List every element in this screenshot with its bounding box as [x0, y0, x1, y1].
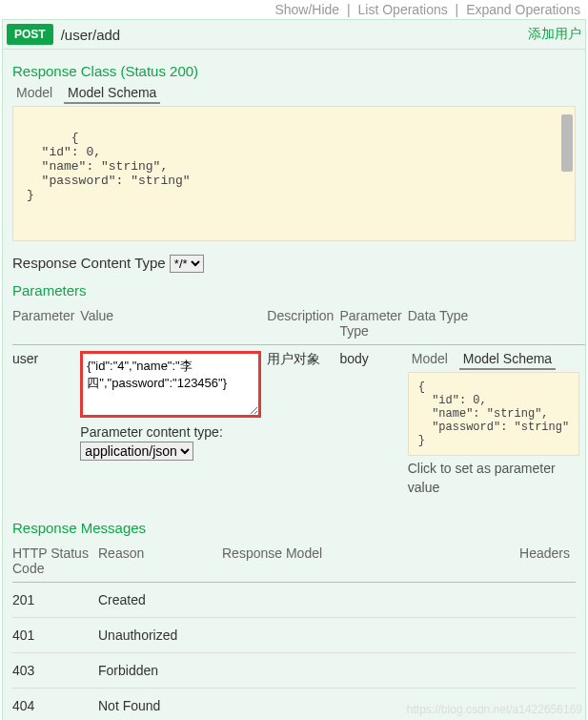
tab-model-small[interactable]: Model: [408, 349, 452, 370]
scrollbar-vertical[interactable]: [561, 114, 573, 172]
table-row: 201 Created: [12, 583, 576, 618]
th-response-model: Response Model: [222, 542, 499, 583]
table-row: 401 Unauthorized: [12, 618, 576, 653]
response-messages-table: HTTP Status Code Reason Response Model H…: [12, 542, 576, 720]
response-content-type-select[interactable]: */*: [170, 255, 204, 273]
param-content-type-select[interactable]: application/json: [80, 442, 193, 461]
response-content-type-label: Response Content Type: [12, 255, 166, 271]
param-type-cell: body: [339, 345, 407, 504]
operation-summary: 添加用户: [528, 26, 581, 43]
reason-cell: Unauthorized: [98, 618, 222, 653]
response-schema-text: { "id": 0, "name": "string", "password":…: [27, 131, 191, 202]
datatype-schema-box[interactable]: { "id": 0, "name": "string", "password":…: [408, 372, 579, 456]
status-code-cell: 201: [12, 583, 98, 618]
show-hide-link[interactable]: Show/Hide: [274, 2, 339, 17]
tab-model[interactable]: Model: [12, 83, 56, 104]
th-data-type: Data Type: [408, 304, 585, 345]
reason-cell: Created: [98, 583, 222, 618]
operation-header[interactable]: POST /user/add 添加用户: [3, 20, 585, 50]
reason-cell: Forbidden: [98, 653, 222, 689]
table-row: user Parameter content type: application…: [12, 345, 585, 504]
th-headers: Headers: [499, 542, 576, 583]
th-parameter: Parameter: [12, 304, 80, 345]
param-name-cell: user: [12, 345, 80, 504]
response-content-type-row: Response Content Type */*: [12, 255, 576, 273]
th-parameter-type: Parameter Type: [339, 304, 407, 345]
th-reason: Reason: [98, 542, 222, 583]
http-method-badge: POST: [7, 24, 53, 45]
param-content-type-label: Parameter content type:: [80, 424, 261, 440]
th-http-status: HTTP Status Code: [12, 542, 98, 583]
response-schema-box[interactable]: { "id": 0, "name": "string", "password":…: [12, 106, 576, 241]
status-code-cell: 401: [12, 618, 98, 653]
th-value: Value: [80, 304, 267, 345]
status-code-cell: 403: [12, 653, 98, 689]
table-row: 403 Forbidden: [12, 653, 576, 689]
response-class-title: Response Class (Status 200): [12, 63, 576, 79]
endpoint-path: /user/add: [61, 27, 528, 43]
tab-model-schema[interactable]: Model Schema: [64, 83, 160, 104]
param-value-textarea[interactable]: [80, 351, 261, 418]
param-description-cell: 用户对象: [267, 345, 339, 504]
tab-model-schema-small[interactable]: Model Schema: [459, 349, 556, 370]
operation-panel: POST /user/add 添加用户 Response Class (Stat…: [2, 19, 586, 720]
expand-operations-link[interactable]: Expand Operations: [466, 2, 580, 17]
table-row: 404 Not Found: [12, 689, 576, 720]
list-operations-link[interactable]: List Operations: [358, 2, 448, 17]
schema-click-hint: Click to set as parameter value: [408, 460, 579, 497]
parameters-title: Parameters: [12, 282, 576, 298]
th-description: Description: [267, 304, 339, 345]
top-toolbar: Show/Hide | List Operations | Expand Ope…: [0, 0, 588, 19]
status-code-cell: 404: [12, 689, 98, 720]
parameters-table: Parameter Value Description Parameter Ty…: [12, 304, 585, 503]
response-messages-title: Response Messages: [12, 520, 576, 536]
reason-cell: Not Found: [98, 689, 222, 720]
model-tabs: Model Model Schema: [12, 85, 576, 100]
datatype-model-tabs: Model Model Schema: [408, 351, 579, 366]
